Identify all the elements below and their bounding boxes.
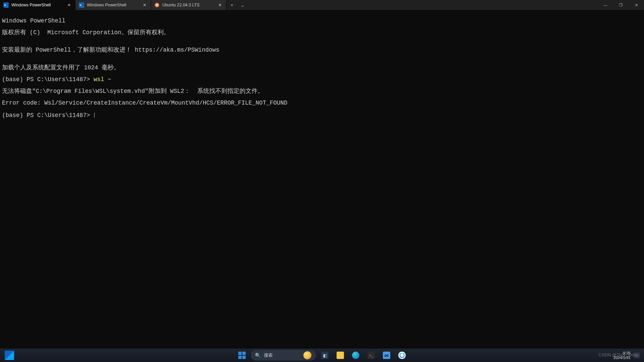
notifications-button[interactable] bbox=[634, 352, 640, 358]
tab-close-button[interactable]: ✕ bbox=[66, 2, 72, 8]
folder-icon bbox=[337, 352, 344, 359]
prompt: (base) PS C:\Users\11487> bbox=[2, 76, 94, 83]
widgets-button[interactable] bbox=[5, 351, 14, 360]
close-button[interactable]: ✕ bbox=[629, 0, 644, 10]
tab-powershell-2[interactable]: >_ Windows PowerShell ✕ bbox=[75, 0, 151, 10]
new-tab-button[interactable]: ＋ bbox=[226, 0, 237, 10]
app-icon bbox=[398, 352, 406, 359]
powershell-icon: >_ bbox=[79, 2, 84, 8]
taskbar-clock[interactable]: 9:25 2024/1/31 bbox=[613, 351, 631, 360]
search-placeholder: 搜索 bbox=[264, 352, 273, 358]
taskbar-right: 9:25 2024/1/31 bbox=[610, 351, 644, 360]
taskview-icon: ◧ bbox=[321, 352, 329, 359]
terminal-line: 安装最新的 PowerShell，了解新功能和改进！ https://aka.m… bbox=[2, 47, 642, 53]
start-button[interactable] bbox=[235, 349, 249, 361]
terminal-line: 版权所有 (C) Microsoft Corporation。保留所有权利。 bbox=[2, 30, 642, 36]
terminal-icon: >_ bbox=[368, 352, 375, 359]
command: wsl ~ bbox=[94, 76, 111, 83]
app-button-2[interactable] bbox=[395, 349, 409, 361]
tab-powershell-1[interactable]: >_ Windows PowerShell ✕ bbox=[0, 0, 75, 10]
tab-close-button[interactable]: ✕ bbox=[217, 2, 223, 8]
window-controls: — ❐ ✕ bbox=[598, 0, 644, 10]
tab-label: Ubuntu 22.04.3 LTS bbox=[162, 3, 215, 7]
notification-icon bbox=[634, 352, 640, 358]
maximize-button[interactable]: ❐ bbox=[613, 0, 629, 10]
app-button-1[interactable]: ⋈ bbox=[380, 349, 393, 361]
edge-icon bbox=[352, 352, 360, 359]
tab-label: Windows PowerShell bbox=[87, 3, 139, 7]
terminal-line: (base) PS C:\Users\11487> bbox=[2, 112, 642, 119]
clock-time: 9:25 bbox=[613, 351, 631, 355]
terminal-line: (base) PS C:\Users\11487> wsl ~ bbox=[2, 77, 642, 83]
tab-dropdown-button[interactable]: ⌄ bbox=[237, 0, 248, 10]
tab-close-button[interactable]: ✕ bbox=[142, 2, 147, 8]
taskbar-search[interactable]: 🔍 搜索 bbox=[251, 350, 316, 361]
terminal-line: Error code: Wsl/Service/CreateInstance/C… bbox=[2, 100, 642, 106]
tab-ubuntu[interactable]: Ubuntu 22.04.3 LTS ✕ bbox=[151, 0, 226, 10]
powershell-icon: >_ bbox=[3, 2, 9, 8]
terminal-pane[interactable]: Windows PowerShell 版权所有 (C) Microsoft Co… bbox=[0, 10, 644, 349]
app-icon: ⋈ bbox=[383, 352, 390, 359]
ubuntu-icon bbox=[154, 2, 160, 8]
taskbar: 🔍 搜索 ◧ >_ ⋈ 9:25 2024/1/31 bbox=[0, 349, 644, 362]
edge-button[interactable] bbox=[349, 349, 363, 361]
taskbar-center: 🔍 搜索 ◧ >_ ⋈ bbox=[235, 349, 409, 361]
prompt: (base) PS C:\Users\11487> bbox=[2, 112, 94, 119]
minimize-button[interactable]: — bbox=[598, 0, 613, 10]
terminal-line: 无法将磁盘"C:\Program Files\WSL\system.vhd"附加… bbox=[2, 88, 642, 95]
search-icon: 🔍 bbox=[255, 353, 261, 358]
terminal-line: 加载个人及系统配置文件用了 1024 毫秒。 bbox=[2, 65, 642, 71]
search-highlight-icon bbox=[304, 351, 312, 359]
windows-logo-icon bbox=[238, 352, 246, 359]
tab-label: Windows PowerShell bbox=[11, 3, 64, 7]
task-view-button[interactable]: ◧ bbox=[318, 349, 332, 361]
titlebar: >_ Windows PowerShell ✕ >_ Windows Power… bbox=[0, 0, 644, 10]
titlebar-drag-region[interactable] bbox=[248, 0, 598, 10]
terminal-line: Windows PowerShell bbox=[2, 18, 642, 24]
cursor bbox=[94, 113, 95, 118]
clock-date: 2024/1/31 bbox=[613, 355, 631, 360]
terminal-app-button[interactable]: >_ bbox=[365, 349, 378, 361]
file-explorer-button[interactable] bbox=[334, 349, 347, 361]
